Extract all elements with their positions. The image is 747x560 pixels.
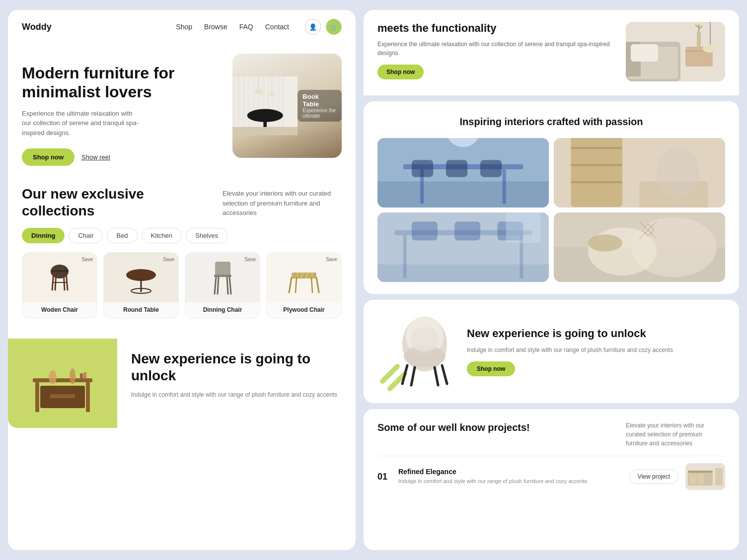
filter-tabs: Dinning Chair Bed Kitchen Shelves bbox=[22, 228, 342, 243]
svg-rect-73 bbox=[412, 160, 433, 177]
svg-rect-1 bbox=[232, 76, 236, 135]
svg-line-38 bbox=[296, 278, 297, 292]
svg-rect-114 bbox=[715, 468, 723, 486]
plywood-chair-icon bbox=[287, 258, 321, 297]
dinning-chair-icon bbox=[209, 257, 236, 299]
product-image-dinning: Save bbox=[185, 253, 260, 302]
filter-kitchen[interactable]: Kitchen bbox=[142, 228, 182, 243]
book-table-bg-art bbox=[554, 212, 725, 282]
product-card-plywood[interactable]: Save Plywood Chair bbox=[266, 252, 342, 319]
product-image-plywood: Save bbox=[267, 253, 341, 302]
hero-image: Book Table Experience the ultimate bbox=[232, 54, 342, 158]
insp-card-book-table-bg: Book Table Experience the ultimate → bbox=[554, 212, 725, 282]
insp-card-modern-chair[interactable]: Modern chair Made with wood → bbox=[377, 212, 549, 282]
filter-dinning[interactable]: Dinning bbox=[22, 228, 65, 243]
hero-image-caption: Book Table Experience the ultimate bbox=[298, 90, 342, 122]
svg-rect-79 bbox=[571, 147, 623, 148]
nav-shop[interactable]: Shop bbox=[176, 23, 192, 31]
svg-rect-2 bbox=[237, 76, 241, 135]
svg-point-67 bbox=[703, 45, 718, 53]
promo-desc: Indulge in comfort and style with our ra… bbox=[131, 390, 342, 399]
svg-line-36 bbox=[289, 278, 292, 292]
project-name-1: Refined Elegance bbox=[398, 468, 622, 476]
user-icon: 👤 bbox=[309, 23, 317, 31]
round-table-icon bbox=[124, 258, 158, 297]
promo-title: New experience is going to unlock bbox=[131, 350, 342, 384]
new-exp-title: New experience is going to unlock bbox=[467, 327, 725, 341]
new-exp-section: New experience is going to unlock Indulg… bbox=[364, 300, 739, 403]
navbar: Woddy Shop Browse FAQ Contact 👤 🛒 bbox=[8, 10, 356, 44]
collections-section: Our new exclusive collections Elevate yo… bbox=[8, 181, 356, 339]
collections-header: Our new exclusive collections Elevate yo… bbox=[22, 186, 342, 219]
projects-header: Some of our well know projects! Elevate … bbox=[377, 421, 725, 448]
save-badge-1: Save bbox=[81, 257, 93, 262]
hero-text-block: Modern furniture for minimalist lovers E… bbox=[22, 54, 223, 166]
svg-rect-80 bbox=[571, 164, 623, 166]
new-exp-shop-button[interactable]: Shop now bbox=[467, 361, 515, 376]
svg-point-51 bbox=[49, 370, 57, 384]
svg-rect-113 bbox=[688, 471, 713, 473]
svg-line-33 bbox=[218, 277, 219, 294]
insp-card-soft-sofa-bg: Soft sofa Off-white color → bbox=[377, 138, 549, 208]
insp-card-living[interactable] bbox=[554, 138, 725, 208]
svg-line-109 bbox=[435, 367, 438, 385]
filter-shelves[interactable]: Shelves bbox=[186, 228, 227, 243]
filter-bed[interactable]: Bed bbox=[107, 228, 137, 243]
product-label-round: Round Table bbox=[104, 302, 178, 318]
svg-rect-69 bbox=[377, 181, 549, 208]
product-card-round-table[interactable]: Save Round Table bbox=[103, 252, 179, 319]
right-top-shop-button[interactable]: Shop now bbox=[377, 65, 424, 79]
new-exp-chair-illustration bbox=[377, 312, 457, 391]
svg-line-108 bbox=[411, 367, 415, 385]
brand-logo: Woddy bbox=[22, 22, 160, 32]
svg-rect-5 bbox=[252, 76, 255, 135]
inspiring-title: Inspiring interiors crafted with passion bbox=[377, 115, 725, 128]
svg-rect-116 bbox=[697, 474, 704, 484]
inspiring-grid: Soft sofa Off-white color → bbox=[377, 138, 725, 282]
view-project-button-1[interactable]: View project bbox=[629, 469, 678, 484]
right-panel: meets the functionality Experience the u… bbox=[364, 10, 739, 550]
new-exp-text: New experience is going to unlock Indulg… bbox=[467, 327, 725, 377]
book-table-illustration bbox=[232, 61, 298, 150]
collections-description: Elevate your interiors with our curated … bbox=[223, 189, 342, 218]
svg-rect-75 bbox=[480, 160, 502, 177]
nav-faq[interactable]: FAQ bbox=[239, 23, 253, 31]
modern-chair-bg-art bbox=[377, 212, 549, 282]
svg-rect-74 bbox=[446, 160, 467, 177]
svg-point-15 bbox=[268, 92, 275, 96]
svg-rect-90 bbox=[454, 221, 480, 240]
insp-card-soft-sofa[interactable]: Soft sofa Off-white color → bbox=[377, 138, 549, 208]
left-panel: Woddy Shop Browse FAQ Contact 👤 🛒 Modern… bbox=[8, 10, 356, 550]
project-num-1: 01 bbox=[377, 472, 391, 482]
shop-now-button[interactable]: Shop now bbox=[22, 148, 75, 166]
product-card-dinning-chair[interactable]: Save Dinning Chair bbox=[185, 252, 260, 319]
right-top-illustration bbox=[626, 22, 725, 81]
insp-card-modern-chair-bg: Modern chair Made with wood → bbox=[377, 212, 549, 282]
hero-section: Modern furniture for minimalist lovers E… bbox=[8, 44, 356, 181]
project-thumb-illustration bbox=[685, 463, 725, 490]
svg-point-52 bbox=[70, 368, 75, 384]
cart-icon-button[interactable]: 🛒 bbox=[326, 19, 342, 35]
svg-rect-29 bbox=[215, 262, 230, 276]
nav-browse[interactable]: Browse bbox=[204, 23, 227, 31]
projects-title: Some of our well know projects! bbox=[377, 421, 618, 434]
promo-furniture-illustration bbox=[8, 339, 117, 428]
user-icon-button[interactable]: 👤 bbox=[305, 19, 321, 35]
product-card-woden-chair[interactable]: Save Woden Chair bbox=[22, 252, 97, 319]
filter-chair[interactable]: Chair bbox=[69, 228, 103, 243]
svg-line-24 bbox=[64, 272, 65, 290]
product-label-plywood: Plywood Chair bbox=[267, 302, 341, 318]
insp-card-book-table[interactable]: Book Table Experience the ultimate → bbox=[554, 212, 725, 282]
project-desc-1: Indulge in comfort and style with our ra… bbox=[398, 478, 622, 485]
hero-image-art: Book Table Experience the ultimate bbox=[232, 54, 342, 158]
hero-description: Experience the ultimate relaxation with … bbox=[22, 109, 141, 138]
project-thumb-1 bbox=[685, 463, 725, 490]
show-reel-button[interactable]: Show reel bbox=[81, 153, 110, 161]
right-top-text: meets the functionality Experience the u… bbox=[377, 22, 616, 79]
nav-contact[interactable]: Contact bbox=[265, 23, 289, 31]
right-top-description: Experience the ultimate relaxation with … bbox=[377, 40, 616, 58]
svg-rect-54 bbox=[83, 372, 86, 378]
cart-icon: 🛒 bbox=[330, 23, 338, 31]
svg-rect-89 bbox=[412, 221, 438, 240]
hero-title: Modern furniture for minimalist lovers bbox=[22, 64, 223, 102]
